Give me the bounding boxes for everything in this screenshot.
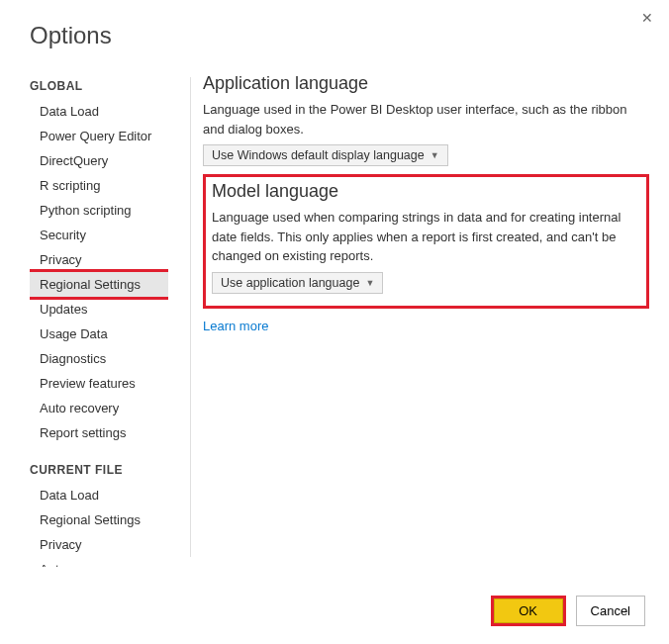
sidebar-item-cf-auto-recovery[interactable]: Auto recovery xyxy=(30,557,168,567)
main-panel: Application language Language used in th… xyxy=(203,67,655,567)
vertical-divider xyxy=(190,77,191,557)
sidebar-item-power-query-editor[interactable]: Power Query Editor xyxy=(30,124,168,148)
sidebar-item-cf-regional-settings[interactable]: Regional Settings xyxy=(30,507,168,532)
cancel-button[interactable]: Cancel xyxy=(576,596,645,626)
application-language-heading: Application language xyxy=(203,73,649,94)
sidebar-section-global: GLOBAL xyxy=(30,79,168,93)
chevron-down-icon: ▼ xyxy=(430,150,439,160)
learn-more-link[interactable]: Learn more xyxy=(203,319,268,333)
scroll-down-icon[interactable]: ▾ xyxy=(162,556,168,567)
sidebar-item-report-settings[interactable]: Report settings xyxy=(30,420,168,445)
sidebar-item-diagnostics[interactable]: Diagnostics xyxy=(30,346,168,371)
model-language-dropdown[interactable]: Use application language ▼ xyxy=(212,272,383,294)
model-language-section: Model language Language used when compar… xyxy=(203,174,649,309)
model-language-desc: Language used when comparing strings in … xyxy=(212,208,640,266)
sidebar-item-r-scripting[interactable]: R scripting xyxy=(30,173,168,198)
application-language-desc: Language used in the Power BI Desktop us… xyxy=(203,100,649,138)
sidebar-item-preview-features[interactable]: Preview features xyxy=(30,371,168,396)
sidebar-item-cf-data-load[interactable]: Data Load xyxy=(30,483,168,507)
scroll-up-icon[interactable]: ▴ xyxy=(162,67,168,78)
sidebar-item-auto-recovery[interactable]: Auto recovery xyxy=(30,396,168,420)
sidebar-item-usage-data[interactable]: Usage Data xyxy=(30,322,168,346)
sidebar-section-current-file: CURRENT FILE xyxy=(30,463,168,477)
sidebar-item-python-scripting[interactable]: Python scripting xyxy=(30,198,168,223)
sidebar-item-regional-settings[interactable]: Regional Settings xyxy=(30,272,168,297)
sidebar: GLOBAL Data Load Power Query Editor Dire… xyxy=(30,67,168,567)
sidebar-item-updates[interactable]: Updates xyxy=(30,297,168,322)
model-language-heading: Model language xyxy=(212,181,640,202)
sidebar-item-directquery[interactable]: DirectQuery xyxy=(30,148,168,173)
chevron-down-icon: ▼ xyxy=(365,278,374,288)
sidebar-item-cf-privacy[interactable]: Privacy xyxy=(30,532,168,557)
close-icon[interactable]: ✕ xyxy=(641,10,653,26)
dialog-title: Options xyxy=(0,0,669,67)
ok-button[interactable]: OK xyxy=(494,598,563,623)
model-language-value: Use application language xyxy=(221,276,359,290)
application-language-value: Use Windows default display language xyxy=(212,148,425,162)
sidebar-item-security[interactable]: Security xyxy=(30,223,168,247)
sidebar-item-data-load[interactable]: Data Load xyxy=(30,99,168,124)
application-language-dropdown[interactable]: Use Windows default display language ▼ xyxy=(203,144,448,166)
